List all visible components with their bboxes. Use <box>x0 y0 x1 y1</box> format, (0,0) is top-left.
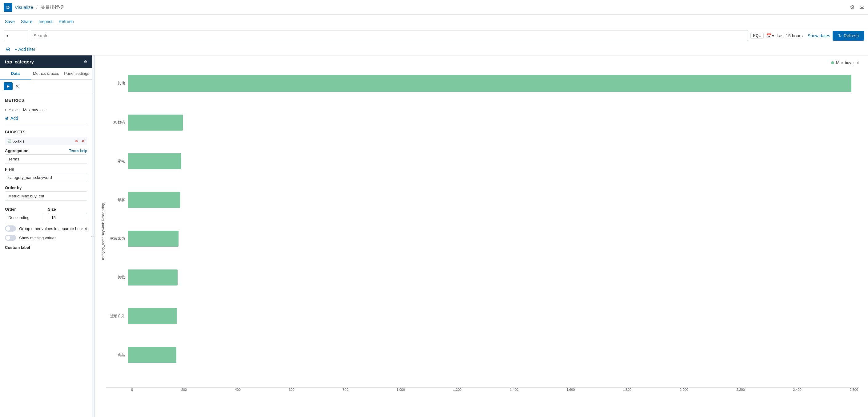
buckets-title: Buckets <box>5 130 26 134</box>
order-col: Order DescendingAscending <box>5 204 44 222</box>
breadcrumb-title: 类目排行榜 <box>41 4 64 10</box>
metric-value-label[interactable]: Max buy_cnt <box>23 108 46 112</box>
show-missing-toggle[interactable] <box>5 235 16 241</box>
toolbar-refresh-button[interactable]: Refresh <box>59 19 73 24</box>
sidebar-header-title: top_category <box>5 59 34 64</box>
bar-container-2 <box>128 153 859 169</box>
bar-row-7: 食品 <box>106 347 859 363</box>
x-tick-5: 1,000 <box>397 388 405 391</box>
plus-circle-icon: ⊕ <box>5 116 9 121</box>
aggregation-title: Aggregation <box>5 148 29 153</box>
chart-container: category_name.keyword: Descending 其他 3C数… <box>100 60 868 403</box>
x-tick-0: 0 <box>131 388 133 391</box>
metric-chevron-icon[interactable]: › <box>5 108 6 112</box>
field-title: Field <box>5 167 87 172</box>
inspect-button[interactable]: Inspect <box>38 19 52 24</box>
order-select[interactable]: DescendingAscending <box>5 213 44 222</box>
x-tick-8: 1,600 <box>566 388 575 391</box>
bar-container-6 <box>128 308 859 324</box>
bar-row-6: 运动户外 <box>106 308 859 324</box>
bucket-icons: 👁 ✕ <box>75 139 85 144</box>
x-tick-12: 2,400 <box>793 388 802 391</box>
save-button[interactable]: Save <box>5 19 15 24</box>
terms-help-link[interactable]: Terms help <box>69 149 87 153</box>
mail-icon[interactable]: ✉ <box>860 4 864 11</box>
y-axis-title: category_name.keyword: Descending <box>100 60 106 403</box>
share-button[interactable]: Share <box>21 19 32 24</box>
top-nav-bar: D Visualize / 类目排行榜 ⚙ ✉ <box>0 0 868 15</box>
calendar-picker[interactable]: 📅 ▾ <box>766 33 774 38</box>
x-tick-1: 200 <box>181 388 187 391</box>
tab-data[interactable]: Data <box>0 68 31 80</box>
bucket-label-row: ☑ X-axis <box>7 139 24 144</box>
bar-label-6: 运动户外 <box>106 314 128 319</box>
bar-label-3: 母婴 <box>106 198 128 203</box>
refresh-label: Refresh <box>844 33 859 38</box>
sidebar-resizer[interactable]: ⋮ <box>92 55 95 417</box>
bucket-toggle-icon[interactable]: ☑ <box>7 139 11 144</box>
order-by-select-wrapper: Metric: Max buy_cntAlphabetical <box>5 191 87 201</box>
kql-badge[interactable]: KQL <box>750 33 764 39</box>
sidebar-header: top_category ⚙ <box>0 55 92 68</box>
query-mode-selector[interactable]: ▾ <box>4 30 28 41</box>
metrics-title: Metrics <box>5 98 87 102</box>
search-input[interactable] <box>34 33 745 38</box>
bar-label-4: 家装家饰 <box>106 236 128 241</box>
bar-label-5: 美妆 <box>106 275 128 280</box>
x-axis-label[interactable]: X-axis <box>13 139 24 144</box>
buckets-section-header: Buckets <box>5 130 87 134</box>
add-filter-button[interactable]: + Add filter <box>15 47 35 52</box>
bar-container-3 <box>128 192 859 208</box>
bars-container: 其他 3C数码 家电 <box>106 60 868 403</box>
breadcrumb-parent[interactable]: Visualize <box>15 5 33 10</box>
tab-panel-settings[interactable]: Panel settings <box>61 68 92 80</box>
x-tick-13: 2,600 <box>849 388 858 391</box>
toolbar: Save Share Inspect Refresh <box>0 15 868 28</box>
metric-row: › Y-axis Max buy_cnt <box>5 106 87 114</box>
show-missing-toggle-knob <box>6 236 10 240</box>
field-select[interactable]: category_name.keyword <box>5 173 87 182</box>
bar-row-5: 美妆 <box>106 269 859 286</box>
bar-container-7 <box>128 347 859 363</box>
group-other-toggle[interactable] <box>5 226 16 232</box>
aggregation-select-wrapper: TermsFiltersHistogramDate histogramRange <box>5 154 87 164</box>
size-title: Size <box>48 207 87 212</box>
add-label: Add <box>10 116 18 121</box>
sidebar-header-icon: ⚙ <box>84 60 87 64</box>
close-button[interactable]: ✕ <box>15 84 19 89</box>
settings-icon[interactable]: ⚙ <box>850 4 855 11</box>
bar-3 <box>128 192 180 208</box>
x-tick-6: 1,200 <box>453 388 462 391</box>
sidebar-tabs: Data Metrics & axes Panel settings <box>0 68 92 80</box>
close-icon: ✕ <box>15 84 19 89</box>
filter-toggle-button[interactable]: ⊖ <box>4 45 12 54</box>
show-dates-button[interactable]: Show dates <box>808 33 830 38</box>
bar-label-1: 3C数码 <box>106 120 128 125</box>
x-tick-11: 2,200 <box>736 388 745 391</box>
bar-1 <box>128 115 183 130</box>
refresh-button[interactable]: ↻ Refresh <box>833 31 864 41</box>
delete-icon[interactable]: ✕ <box>81 139 85 144</box>
size-input[interactable] <box>48 213 87 222</box>
time-range-display: Last 15 hours <box>777 33 803 38</box>
bar-row-3: 母婴 <box>106 192 859 208</box>
tab-metrics-axes[interactable]: Metrics & axes <box>31 68 62 80</box>
divider-1 <box>5 125 87 125</box>
breadcrumb-separator: / <box>36 5 37 10</box>
eye-icon[interactable]: 👁 <box>75 139 79 144</box>
run-button[interactable]: ▶ <box>4 82 12 90</box>
toggle-knob <box>6 226 10 231</box>
refresh-icon: ↻ <box>838 33 842 38</box>
bar-container-5 <box>128 269 859 286</box>
bar-container-0 <box>128 75 859 92</box>
add-metric-button[interactable]: ⊕ Add <box>5 116 18 121</box>
x-tick-7: 1,400 <box>510 388 518 391</box>
x-tick-4: 800 <box>343 388 348 391</box>
bar-5 <box>128 269 178 286</box>
filter-bar: ⊖ + Add filter <box>0 43 868 55</box>
aggregation-select[interactable]: TermsFiltersHistogramDate histogramRange <box>5 154 87 164</box>
x-tick-9: 1,800 <box>623 388 631 391</box>
order-by-select[interactable]: Metric: Max buy_cntAlphabetical <box>5 191 87 201</box>
search-bar: ▾ KQL 📅 ▾ Last 15 hours Show dates ↻ Ref… <box>0 28 868 43</box>
bar-label-7: 食品 <box>106 352 128 358</box>
